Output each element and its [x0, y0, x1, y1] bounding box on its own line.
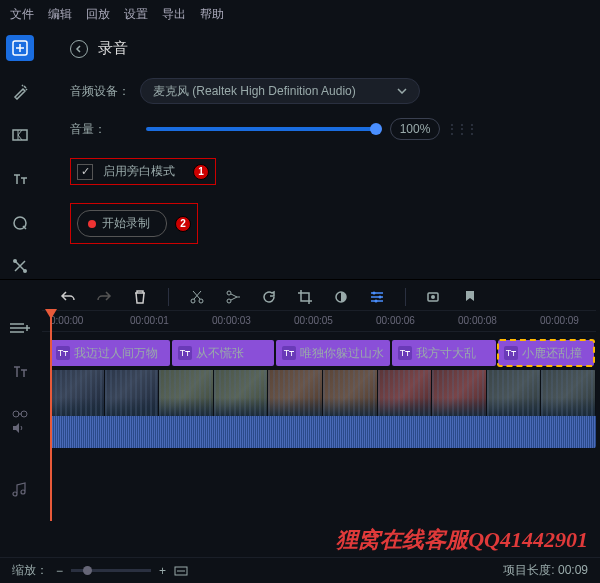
device-value: 麦克风 (Realtek High Definition Audio) — [153, 83, 356, 100]
record-button[interactable]: 开始录制 — [77, 210, 167, 237]
sidebar-text-icon[interactable] — [6, 166, 34, 192]
title-track: Tᴛ我迈过人间万物 Tᴛ从不慌张 Tᴛ唯独你躲过山水 Tᴛ我方寸大乱 Tᴛ小鹿还… — [42, 340, 596, 366]
redo-icon[interactable] — [96, 289, 112, 305]
tick: 0:00:00 — [50, 315, 83, 326]
video-thumb — [268, 370, 323, 416]
record-dot-icon — [88, 220, 96, 228]
tick: 00:00:06 — [376, 315, 415, 326]
device-dropdown[interactable]: 麦克风 (Realtek High Definition Audio) — [140, 78, 420, 104]
sidebar-sticker-icon[interactable] — [6, 210, 34, 236]
narration-checkbox[interactable]: ✓ — [77, 164, 93, 180]
video-thumb — [432, 370, 487, 416]
marker-icon[interactable] — [462, 289, 478, 305]
annotation-badge-1: 1 — [193, 164, 209, 180]
annotation-badge-2: 2 — [175, 216, 191, 232]
title-clip[interactable]: Tᴛ从不慌张 — [172, 340, 274, 366]
device-label: 音频设备： — [70, 83, 140, 100]
color-icon[interactable] — [333, 289, 349, 305]
timeline: 0:00:00 00:00:01 00:00:03 00:00:05 00:00… — [0, 310, 600, 530]
rotate-icon[interactable] — [261, 289, 277, 305]
watermark: 狸窝在线客服QQ41442901 — [336, 525, 588, 555]
svg-point-5 — [191, 299, 195, 303]
crop-icon[interactable] — [297, 289, 313, 305]
length-value: 00:09 — [558, 563, 588, 577]
volume-percent: 100% — [390, 118, 440, 140]
title-clip[interactable]: Tᴛ我迈过人间万物 — [50, 340, 170, 366]
waveform — [50, 416, 596, 448]
svg-point-14 — [431, 295, 435, 299]
time-ruler[interactable]: 0:00:00 00:00:01 00:00:03 00:00:05 00:00… — [42, 310, 596, 332]
video-track[interactable] — [50, 370, 596, 416]
svg-point-11 — [379, 296, 382, 299]
panel-title: 录音 — [98, 39, 128, 58]
zoom-in-icon[interactable]: + — [159, 564, 166, 578]
video-thumb — [378, 370, 433, 416]
svg-point-12 — [375, 300, 378, 303]
recording-panel: 录音 音频设备： 麦克风 (Realtek High Definition Au… — [40, 29, 600, 279]
sidebar-wand-icon[interactable] — [6, 79, 34, 105]
audio-track[interactable] — [50, 416, 596, 448]
track-mute-icon[interactable] — [12, 422, 24, 434]
track-music-icon[interactable] — [12, 482, 28, 498]
svg-point-6 — [199, 299, 203, 303]
zoom-slider[interactable] — [71, 569, 151, 572]
video-thumb — [487, 370, 542, 416]
track-link-icon[interactable] — [12, 408, 28, 420]
zoom-label: 缩放： — [12, 562, 48, 579]
sidebar-tools-icon[interactable] — [6, 253, 34, 279]
svg-point-7 — [227, 291, 231, 295]
svg-point-8 — [227, 299, 231, 303]
timeline-toolbar — [0, 279, 600, 310]
delete-icon[interactable] — [132, 289, 148, 305]
video-thumb — [159, 370, 214, 416]
title-clip[interactable]: Tᴛ我方寸大乱 — [392, 340, 496, 366]
video-thumb — [541, 370, 596, 416]
track-text-icon[interactable] — [12, 364, 28, 380]
narration-label: 启用旁白模式 — [103, 163, 175, 180]
volume-label: 音量： — [70, 121, 140, 138]
playhead[interactable] — [50, 311, 52, 521]
title-clip[interactable]: Tᴛ唯独你躲过山水 — [276, 340, 390, 366]
sidebar-add-icon[interactable] — [6, 35, 34, 61]
volume-slider[interactable] — [146, 127, 376, 131]
split-icon[interactable] — [225, 289, 241, 305]
undo-icon[interactable] — [60, 289, 76, 305]
record-label: 开始录制 — [102, 215, 150, 232]
menu-help[interactable]: 帮助 — [200, 6, 224, 23]
video-thumb — [50, 370, 105, 416]
svg-rect-1 — [13, 130, 27, 140]
chevron-down-icon — [397, 88, 407, 94]
adjust-icon[interactable] — [369, 289, 385, 305]
menu-edit[interactable]: 编辑 — [48, 6, 72, 23]
menu-export[interactable]: 导出 — [162, 6, 186, 23]
add-track-icon[interactable] — [8, 320, 32, 336]
tick: 00:00:08 — [458, 315, 497, 326]
video-thumb — [214, 370, 269, 416]
tick: 00:00:05 — [294, 315, 333, 326]
video-thumb — [105, 370, 160, 416]
tick: 00:00:09 — [540, 315, 579, 326]
menu-file[interactable]: 文件 — [10, 6, 34, 23]
tick: 00:00:01 — [130, 315, 169, 326]
slider-thumb[interactable] — [370, 123, 382, 135]
menu-settings[interactable]: 设置 — [124, 6, 148, 23]
record-box: 开始录制 2 — [70, 203, 198, 244]
svg-point-3 — [13, 259, 17, 263]
back-icon[interactable] — [70, 40, 88, 58]
menu-playback[interactable]: 回放 — [86, 6, 110, 23]
footer: 缩放： − + 项目长度: 00:09 — [0, 557, 600, 583]
svg-point-10 — [373, 292, 376, 295]
grip-icon[interactable]: ⋮⋮⋮ — [446, 122, 476, 136]
zoom-out-icon[interactable]: − — [56, 564, 63, 578]
sidebar — [0, 29, 40, 279]
title-clip-selected[interactable]: Tᴛ小鹿还乱撞 — [498, 340, 594, 366]
length-label: 项目长度: — [503, 563, 554, 577]
record-tool-icon[interactable] — [426, 289, 442, 305]
video-thumb — [323, 370, 378, 416]
narration-box: ✓ 启用旁白模式 1 — [70, 158, 216, 185]
cut-icon[interactable] — [189, 289, 205, 305]
menubar: 文件 编辑 回放 设置 导出 帮助 — [0, 0, 600, 29]
zoom-fit-icon[interactable] — [174, 564, 188, 578]
svg-point-4 — [23, 269, 27, 273]
sidebar-transition-icon[interactable] — [6, 122, 34, 148]
